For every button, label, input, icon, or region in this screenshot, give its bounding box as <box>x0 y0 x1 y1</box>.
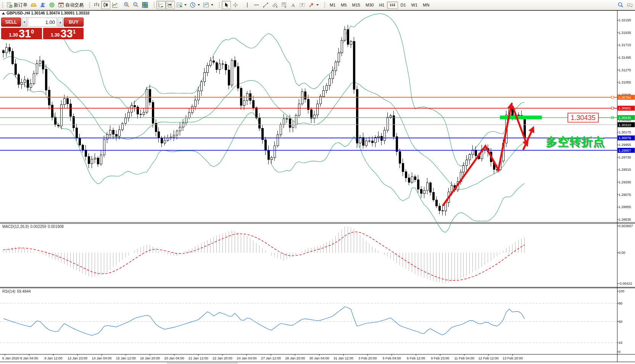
timeframe-h1-button[interactable]: H1 <box>376 2 387 9</box>
svg-text:1.31935: 1.31935 <box>619 31 631 35</box>
tile-windows-icon <box>142 2 148 8</box>
svg-text:1.31495: 1.31495 <box>619 56 631 59</box>
sell-price[interactable]: 1.30 31 0 <box>1 28 42 39</box>
trendline-button[interactable] <box>261 1 270 9</box>
chevron-down-icon <box>198 4 200 6</box>
new-order-button[interactable]: 新订单 <box>5 1 29 9</box>
autotrade-icon <box>58 2 64 8</box>
text-button[interactable]: A <box>288 1 298 9</box>
crosshair-button[interactable] <box>231 1 240 9</box>
svg-text:1.30435: 1.30435 <box>571 114 595 122</box>
svg-text:5 Feb 04:00: 5 Feb 04:00 <box>383 356 401 360</box>
signals-button[interactable] <box>47 1 56 9</box>
bottom-scroll-strip[interactable] <box>0 362 635 364</box>
cursor-button[interactable] <box>222 1 231 9</box>
scrollbar-thumb[interactable] <box>167 362 238 364</box>
svg-text:100: 100 <box>619 289 624 293</box>
svg-text:1.29515: 1.29515 <box>619 168 631 172</box>
toolbar-grip[interactable] <box>324 2 326 8</box>
timeframe-m5-button[interactable]: M5 <box>338 2 349 9</box>
zoom-out-icon <box>133 2 139 8</box>
svg-text:1.29735: 1.29735 <box>619 156 631 159</box>
timeframe-m30-button[interactable]: M30 <box>363 2 376 9</box>
volume-decrease-button[interactable]: ▼ <box>22 18 27 27</box>
one-click-trading-panel: SELL ▼ ▲ BUY 1.30 31 0 1.30 33 1 <box>1 18 84 39</box>
profile-icon <box>40 2 46 8</box>
candlestick-icon <box>103 2 109 8</box>
svg-text:27 Jan 12:00: 27 Jan 12:00 <box>261 356 281 360</box>
svg-text:1.29075: 1.29075 <box>619 193 631 197</box>
zoom-out-button[interactable] <box>131 1 140 9</box>
svg-text:E: E <box>276 5 278 8</box>
text-label-button[interactable]: T <box>298 1 307 9</box>
volume-increase-button[interactable]: ▲ <box>58 18 63 27</box>
svg-text:80: 80 <box>619 301 622 305</box>
collapse-icon[interactable] <box>2 12 5 14</box>
timeframe-m15-button[interactable]: M15 <box>350 2 363 9</box>
svg-text:1.30310: 1.30310 <box>619 123 631 127</box>
tile-windows-button[interactable] <box>140 1 150 9</box>
svg-text:1.31055: 1.31055 <box>619 80 631 84</box>
svg-text:11 Feb 04:00: 11 Feb 04:00 <box>454 356 474 360</box>
svg-text:30 Jan 04:00: 30 Jan 04:00 <box>309 356 329 360</box>
timeframe-mn-button[interactable]: MN <box>420 2 432 9</box>
svg-text:1.30076: 1.30076 <box>619 136 631 140</box>
zoom-in-button[interactable] <box>122 1 131 9</box>
macd-label: MACD(12,26,9)0.0022590.001908 <box>2 224 65 229</box>
timeframe-h4-button[interactable]: H4 <box>387 2 398 9</box>
svg-text:9 Jan 12:00: 9 Jan 12:00 <box>44 356 62 360</box>
candles <box>2 25 525 216</box>
buy-price[interactable]: 1.30 33 1 <box>43 28 84 39</box>
price-callout[interactable]: 1.30435 <box>568 113 615 122</box>
toolbar-grip[interactable] <box>219 2 221 8</box>
timeframe-d1-button[interactable]: D1 <box>398 2 409 9</box>
auto-scroll-button[interactable] <box>156 1 166 9</box>
timeframe-m1-button[interactable]: M1 <box>327 2 338 9</box>
templates-button[interactable] <box>201 1 215 9</box>
hline-icon <box>253 2 259 8</box>
svg-text:0.00: 0.00 <box>619 251 625 255</box>
svg-text:20 Jan 04:00: 20 Jan 04:00 <box>164 356 184 360</box>
svg-text:15: 15 <box>619 341 622 345</box>
equidistant-channel-button[interactable]: E <box>270 1 279 9</box>
turning-point-annotation[interactable]: 多空转折点 <box>546 134 611 150</box>
chart-title-text: GBPUSD-,H4 1.30146 1.30474 1.30091 1.303… <box>6 11 89 15</box>
time-axis: 6 Jan 20208 Jan 04:009 Jan 12:0012 Jan 2… <box>2 354 523 360</box>
line-chart-button[interactable] <box>110 1 119 9</box>
trendline-icon <box>263 2 269 8</box>
candlestick-button[interactable] <box>101 1 110 9</box>
svg-text:1.30435: 1.30435 <box>619 116 631 120</box>
buy-button[interactable]: BUY <box>64 18 84 27</box>
fibonacci-icon: F <box>281 2 287 8</box>
toolbar-grip[interactable] <box>89 2 91 8</box>
svg-text:6 Jan 2020: 6 Jan 2020 <box>2 356 19 360</box>
indicators-button[interactable] <box>175 1 188 9</box>
svg-text:F: F <box>285 6 286 8</box>
chevron-down-icon <box>211 4 213 6</box>
svg-text:1.30794: 1.30794 <box>619 96 631 99</box>
templates-icon <box>203 2 209 8</box>
indicators-icon <box>176 2 182 8</box>
arrows-button[interactable] <box>307 1 320 9</box>
gold-button[interactable] <box>29 1 38 9</box>
chart-title: GBPUSD-,H4 1.30146 1.30474 1.30091 1.303… <box>2 11 89 15</box>
toolbar-grip[interactable] <box>153 2 155 8</box>
bar-chart-button[interactable] <box>92 1 101 9</box>
fibonacci-button[interactable]: F <box>279 1 288 9</box>
vertical-line-button[interactable] <box>243 1 252 9</box>
rsi-panel: 1008050150 <box>0 289 624 354</box>
periods-button[interactable] <box>188 1 201 9</box>
svg-text:28 Jan 20:00: 28 Jan 20:00 <box>285 356 305 360</box>
volume-input[interactable] <box>28 18 57 27</box>
auto-trading-button[interactable]: 自动交易 <box>56 1 85 9</box>
search-button[interactable] <box>616 1 625 9</box>
profile-button[interactable] <box>38 1 47 9</box>
horizontal-line-button[interactable] <box>252 1 261 9</box>
chat-button[interactable] <box>625 1 634 9</box>
sell-button[interactable]: SELL <box>1 18 21 27</box>
auto-trading-button-label: 自动交易 <box>65 2 84 8</box>
toolbar-grip[interactable] <box>2 2 4 8</box>
timeframe-w1-button[interactable]: W1 <box>409 2 421 9</box>
chevron-down-icon <box>316 4 319 6</box>
chart-shift-button[interactable] <box>166 1 175 9</box>
